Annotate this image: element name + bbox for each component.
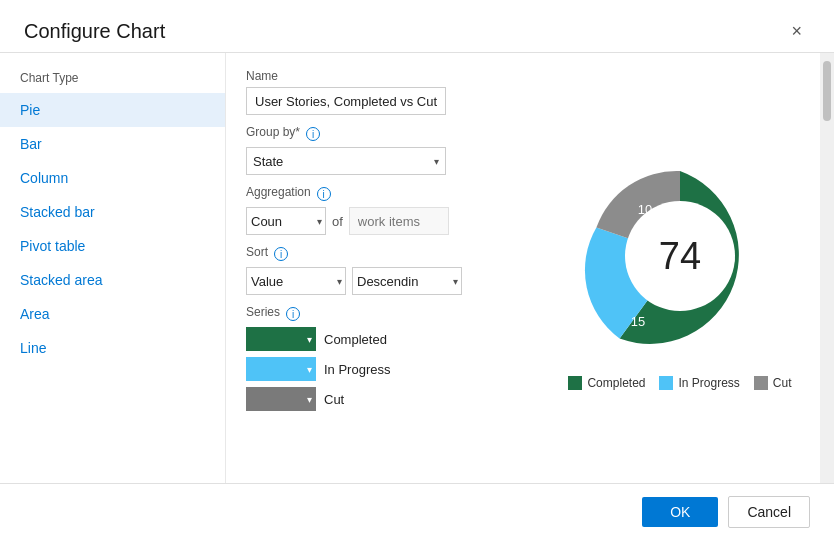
sidebar-item-stacked-bar[interactable]: Stacked bar: [0, 195, 225, 229]
series-color-completed[interactable]: ▾: [246, 327, 316, 351]
donut-chart: 49 15 10 74: [570, 146, 790, 366]
cancel-button[interactable]: Cancel: [728, 496, 810, 528]
aggregation-info-icon[interactable]: i: [317, 187, 331, 201]
ok-button[interactable]: OK: [642, 497, 718, 527]
dialog-body: Chart Type Pie Bar Column Stacked bar Pi…: [0, 52, 834, 483]
legend-color-cut: [754, 376, 768, 390]
aggregation-select[interactable]: Coun: [247, 214, 317, 229]
series-info-icon[interactable]: i: [286, 307, 300, 321]
sidebar-item-bar[interactable]: Bar: [0, 127, 225, 161]
sidebar-item-area[interactable]: Area: [0, 297, 225, 331]
chart-preview: 49 15 10 74 Completed In Progress: [540, 53, 820, 483]
sort-row: Value ▾ Descendin ▾: [246, 267, 520, 295]
legend-color-completed: [568, 376, 582, 390]
series-label: Series: [246, 305, 280, 319]
legend-item-cut: Cut: [754, 376, 792, 390]
legend-label-cut: Cut: [773, 376, 792, 390]
dialog-footer: OK Cancel: [0, 483, 834, 540]
of-text: of: [332, 214, 343, 229]
legend-label-in-progress: In Progress: [678, 376, 739, 390]
content-row: Name Group by* i State ▾: [226, 53, 834, 483]
scrollbar[interactable]: [820, 53, 834, 483]
series-chevron-completed: ▾: [307, 334, 312, 345]
sort-field-group: Sort i Value ▾ Descendin: [246, 245, 520, 295]
series-chevron-cut: ▾: [307, 394, 312, 405]
segment-label-in-progress: 15: [631, 314, 645, 329]
sort-label: Sort: [246, 245, 268, 259]
series-row-in-progress: ▾ In Progress: [246, 357, 520, 381]
sidebar-item-column[interactable]: Column: [0, 161, 225, 195]
group-by-select[interactable]: State: [247, 154, 428, 169]
name-label: Name: [246, 69, 520, 83]
series-row-completed: ▾ Completed: [246, 327, 520, 351]
sort-dir-chevron-icon: ▾: [453, 276, 461, 287]
sidebar: Chart Type Pie Bar Column Stacked bar Pi…: [0, 53, 226, 483]
sidebar-item-line[interactable]: Line: [0, 331, 225, 365]
group-by-chevron-icon: ▾: [428, 156, 445, 167]
segment-label-cut: 10: [638, 202, 652, 217]
legend-label-completed: Completed: [587, 376, 645, 390]
sidebar-item-pivot-table[interactable]: Pivot table: [0, 229, 225, 263]
segment-label-completed: 49: [721, 252, 735, 267]
scrollbar-thumb[interactable]: [823, 61, 831, 121]
series-name-cut: Cut: [324, 392, 344, 407]
legend-item-in-progress: In Progress: [659, 376, 739, 390]
legend-color-in-progress: [659, 376, 673, 390]
series-name-in-progress: In Progress: [324, 362, 390, 377]
series-color-in-progress[interactable]: ▾: [246, 357, 316, 381]
aggregation-select-wrap[interactable]: Coun ▾: [246, 207, 326, 235]
main-form: Name Group by* i State ▾: [226, 53, 540, 483]
name-field-group: Name: [246, 69, 520, 115]
aggregation-row: Coun ▾ of: [246, 207, 520, 235]
series-chevron-in-progress: ▾: [307, 364, 312, 375]
sidebar-item-stacked-area[interactable]: Stacked area: [0, 263, 225, 297]
dialog-title: Configure Chart: [24, 20, 165, 43]
group-by-field-group: Group by* i State ▾: [246, 125, 520, 175]
series-name-completed: Completed: [324, 332, 387, 347]
aggregation-field-group: Aggregation i Coun ▾ of: [246, 185, 520, 235]
chart-legend: Completed In Progress Cut: [568, 376, 791, 390]
group-by-info-icon[interactable]: i: [306, 127, 320, 141]
series-color-cut[interactable]: ▾: [246, 387, 316, 411]
sort-chevron-icon: ▾: [337, 276, 345, 287]
aggregation-label: Aggregation: [246, 185, 311, 199]
dialog-header: Configure Chart ×: [0, 0, 834, 52]
series-row-cut: ▾ Cut: [246, 387, 520, 411]
agg-chevron-icon: ▾: [317, 216, 325, 227]
donut-center-value: 74: [659, 235, 701, 278]
work-items-input[interactable]: [349, 207, 449, 235]
sort-value-select-wrap[interactable]: Value ▾: [246, 267, 346, 295]
group-by-label: Group by*: [246, 125, 300, 139]
name-input[interactable]: [246, 87, 446, 115]
group-by-select-wrap[interactable]: State ▾: [246, 147, 446, 175]
configure-chart-dialog: Configure Chart × Chart Type Pie Bar Col…: [0, 0, 834, 540]
legend-item-completed: Completed: [568, 376, 645, 390]
series-field-group: Series i ▾ Completed ▾: [246, 305, 520, 417]
sort-direction-select[interactable]: Descendin: [353, 274, 453, 289]
sort-direction-select-wrap[interactable]: Descendin ▾: [352, 267, 462, 295]
sort-value-select[interactable]: Value: [247, 274, 337, 289]
chart-type-label: Chart Type: [0, 65, 225, 93]
sort-info-icon[interactable]: i: [274, 247, 288, 261]
sidebar-item-pie[interactable]: Pie: [0, 93, 225, 127]
close-button[interactable]: ×: [783, 18, 810, 44]
